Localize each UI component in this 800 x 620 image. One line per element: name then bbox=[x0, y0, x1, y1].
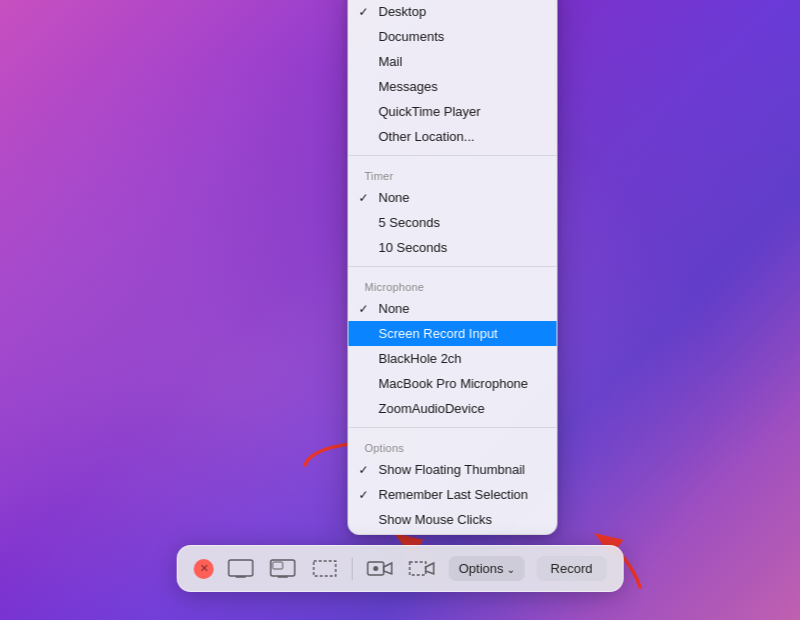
separator-2 bbox=[349, 266, 557, 267]
menu-item-none-mic[interactable]: None bbox=[349, 296, 557, 321]
svg-rect-7 bbox=[273, 562, 283, 569]
separator-1 bbox=[349, 155, 557, 156]
menu-item-remember-selection[interactable]: Remember Last Selection bbox=[349, 482, 557, 507]
record-screen-icon[interactable] bbox=[226, 558, 256, 580]
microphone-header: Microphone bbox=[349, 273, 557, 296]
menu-item-screen-record[interactable]: Screen Record Input bbox=[349, 321, 557, 346]
record-video-selection-icon[interactable] bbox=[407, 558, 437, 580]
svg-rect-9 bbox=[314, 561, 336, 576]
close-button[interactable]: ✕ bbox=[194, 559, 214, 579]
menu-item-macbook-mic[interactable]: MacBook Pro Microphone bbox=[349, 371, 557, 396]
menu-item-show-mouse[interactable]: Show Mouse Clicks bbox=[349, 507, 557, 532]
separator-3 bbox=[349, 427, 557, 428]
svg-rect-3 bbox=[229, 560, 253, 576]
menu-item-10sec[interactable]: 10 Seconds bbox=[349, 235, 557, 260]
microphone-section: Microphone None Screen Record Input Blac… bbox=[349, 271, 557, 423]
save-to-section: Save to Desktop Documents Mail Messages … bbox=[349, 0, 557, 151]
menu-item-mail[interactable]: Mail bbox=[349, 49, 557, 74]
dropdown-menu: Save to Desktop Documents Mail Messages … bbox=[348, 0, 558, 535]
timer-header: Timer bbox=[349, 162, 557, 185]
toolbar: ✕ bbox=[177, 545, 624, 592]
menu-item-messages[interactable]: Messages bbox=[349, 74, 557, 99]
record-selection-icon[interactable] bbox=[310, 558, 340, 580]
record-button[interactable]: Record bbox=[536, 556, 606, 581]
menu-item-documents[interactable]: Documents bbox=[349, 24, 557, 49]
menu-item-5sec[interactable]: 5 Seconds bbox=[349, 210, 557, 235]
svg-point-12 bbox=[373, 566, 378, 571]
options-header: Options bbox=[349, 434, 557, 457]
toolbar-divider bbox=[352, 558, 353, 580]
timer-section: Timer None 5 Seconds 10 Seconds bbox=[349, 160, 557, 262]
menu-item-show-thumbnail[interactable]: Show Floating Thumbnail bbox=[349, 457, 557, 482]
menu-item-desktop[interactable]: Desktop bbox=[349, 0, 557, 24]
menu-item-zoom-audio[interactable]: ZoomAudioDevice bbox=[349, 396, 557, 421]
options-section: Options Show Floating Thumbnail Remember… bbox=[349, 432, 557, 534]
menu-item-none-timer[interactable]: None bbox=[349, 185, 557, 210]
record-window-icon[interactable] bbox=[268, 558, 298, 580]
record-video-icon[interactable] bbox=[365, 558, 395, 580]
menu-item-quicktime[interactable]: QuickTime Player bbox=[349, 99, 557, 124]
svg-marker-11 bbox=[384, 563, 392, 574]
menu-item-blackhole[interactable]: BlackHole 2ch bbox=[349, 346, 557, 371]
svg-rect-13 bbox=[410, 562, 426, 575]
menu-item-other-location[interactable]: Other Location... bbox=[349, 124, 557, 149]
options-button[interactable]: Options ⌄ bbox=[449, 556, 525, 581]
svg-marker-14 bbox=[426, 563, 434, 574]
chevron-down-icon: ⌄ bbox=[506, 564, 514, 575]
